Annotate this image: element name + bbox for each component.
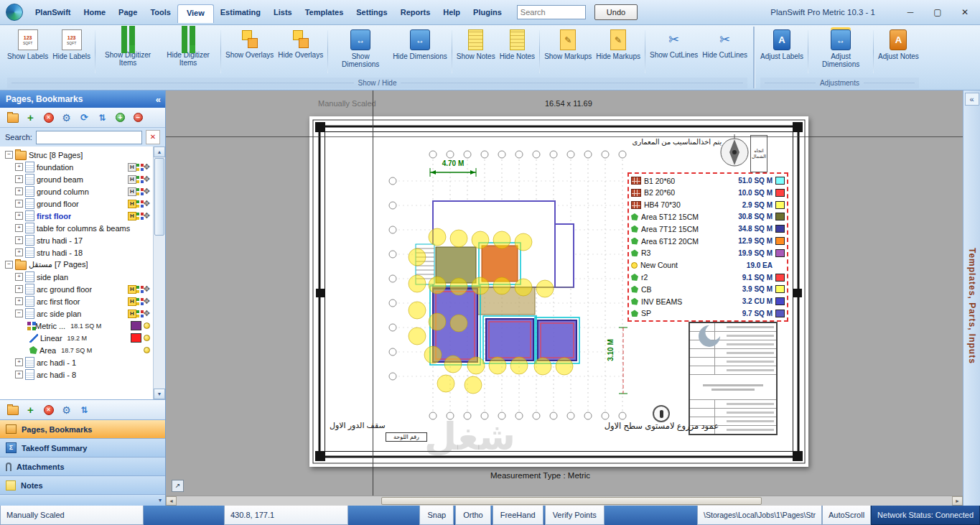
statusbar-toggle-ortho[interactable]: Ortho bbox=[455, 506, 491, 525]
expander-icon[interactable]: + bbox=[15, 224, 23, 232]
ribbon-button-hide-overlays[interactable]: Hide Overlays bbox=[276, 28, 325, 59]
folder-button[interactable] bbox=[6, 404, 19, 416]
legend-item-hb4-70-30[interactable]: HB4 70*302.9 SQ M bbox=[631, 200, 785, 210]
expander-icon[interactable]: + bbox=[15, 371, 23, 378]
add-button[interactable]: + bbox=[24, 111, 37, 124]
tree-item-9-7-pages[interactable]: −مستقل [7 Pages] bbox=[2, 259, 151, 271]
page-h-icon[interactable]: H bbox=[128, 163, 136, 172]
menu-tab-reports[interactable]: Reports bbox=[394, 4, 437, 20]
menu-tab-tools[interactable]: Tools bbox=[144, 4, 177, 20]
grid-icon[interactable] bbox=[136, 310, 139, 313]
ribbon-button-hide-cutlines[interactable]: ✂Hide CutLines bbox=[700, 28, 750, 59]
undo-button[interactable]: Undo bbox=[594, 4, 638, 20]
expander-icon[interactable]: + bbox=[15, 273, 23, 281]
ribbon-button-hide-dimensions[interactable]: ↔Hide Dimensions bbox=[391, 28, 449, 60]
legend-item-area-6t12-20cm[interactable]: Area 6T12 20CM12.9 SQ M bbox=[631, 236, 785, 246]
bulb-icon[interactable] bbox=[144, 347, 150, 353]
tree-item-15-linear[interactable]: Linear19.2 M bbox=[2, 332, 151, 344]
expand-view-button[interactable]: ↗ bbox=[172, 480, 184, 492]
tree-item-2-ground-beam[interactable]: +ground beamH✥ bbox=[2, 173, 151, 185]
move-icon[interactable]: ✥ bbox=[144, 310, 150, 317]
tree-item-17-arc-hadi-1[interactable]: +arc hadi - 1 bbox=[2, 356, 151, 368]
grid-icon[interactable] bbox=[136, 188, 139, 191]
tree-item-5-first-floor[interactable]: +first floorH✥ bbox=[2, 210, 151, 222]
expander-icon[interactable]: + bbox=[15, 358, 23, 366]
page-h-icon[interactable]: H bbox=[128, 212, 136, 220]
tree-item-1-foundation[interactable]: +foundationH✥ bbox=[2, 161, 151, 173]
scroll-right-icon[interactable]: ► bbox=[952, 496, 963, 506]
menu-tab-lists[interactable]: Lists bbox=[267, 4, 299, 20]
expander-icon[interactable]: + bbox=[15, 163, 23, 171]
tree-item-12-arc-first-floor[interactable]: +arc first floorH✥ bbox=[2, 295, 151, 307]
tree-item-14-metric[interactable]: Metric ...18.1 SQ M bbox=[2, 320, 151, 332]
clear-search-button[interactable]: ✕ bbox=[146, 130, 160, 144]
settings-button[interactable]: ⚙ bbox=[60, 111, 73, 124]
statusbar-toggle-snap[interactable]: Snap bbox=[419, 506, 454, 525]
statusbar-toggle-verify-points[interactable]: Verify Points bbox=[545, 506, 605, 525]
add-button[interactable]: + bbox=[24, 404, 37, 416]
grid-icon[interactable] bbox=[136, 213, 139, 215]
move-icon[interactable]: ✥ bbox=[144, 212, 150, 220]
refresh-button[interactable]: ⟳ bbox=[78, 111, 90, 124]
maximize-button[interactable]: ▢ bbox=[933, 8, 943, 17]
move-icon[interactable]: ✥ bbox=[144, 163, 150, 171]
ribbon-button-adjust-dimensions[interactable]: ↔Adjust Dimensions bbox=[811, 28, 871, 68]
tree-item-4-ground-floor[interactable]: +ground floorH✥ bbox=[2, 198, 151, 210]
tree-item-8-stru-hadi-18[interactable]: +stru hadi - 18 bbox=[2, 246, 151, 259]
bulb-icon[interactable] bbox=[144, 335, 150, 341]
scroll-down-icon[interactable]: ▼ bbox=[154, 389, 165, 399]
ribbon-button-hide-digitizer-items[interactable]: Hide Digitizer Items bbox=[158, 28, 218, 67]
tree-search-input[interactable] bbox=[36, 131, 142, 144]
ribbon-button-hide-markups[interactable]: ✎Hide Markups bbox=[594, 28, 643, 60]
legend-item-r2[interactable]: r29.1 SQ M bbox=[631, 272, 785, 283]
tree-item-10-side-plan[interactable]: +side plan bbox=[2, 271, 151, 283]
legend-item-r3[interactable]: R319.9 SQ M bbox=[631, 248, 785, 259]
folder-button[interactable] bbox=[6, 111, 19, 124]
grid-icon[interactable] bbox=[136, 286, 139, 289]
tree-item-16-area[interactable]: Area18.7 SQ M bbox=[2, 344, 151, 356]
legend-item-b2-20-60[interactable]: B2 20*6010.0 SQ M bbox=[631, 187, 785, 198]
grid-icon[interactable] bbox=[136, 176, 139, 179]
page-h-icon[interactable]: H bbox=[128, 187, 136, 196]
legend-item-inv-beams[interactable]: INV BEAMS3.2 CU M bbox=[631, 296, 785, 307]
scroll-up-icon[interactable]: ▲ bbox=[154, 147, 165, 157]
ribbon-button-hide-notes[interactable]: Hide Notes bbox=[498, 28, 537, 60]
panel-notes[interactable]: Notes bbox=[0, 475, 165, 494]
ribbon-button-adjust-notes[interactable]: AAdjust Notes bbox=[876, 28, 921, 60]
ribbon-button-show-digitizer-items[interactable]: Show Digitizer Items bbox=[98, 28, 158, 67]
search-input[interactable] bbox=[517, 5, 586, 19]
ribbon-button-show-overlays[interactable]: Show Overlays bbox=[223, 28, 276, 59]
close-button[interactable]: ✕ bbox=[960, 8, 970, 17]
expander-icon[interactable]: + bbox=[15, 236, 23, 244]
autoscroll-toggle[interactable]: AutoScroll bbox=[822, 506, 871, 525]
ribbon-button-show-dimensions[interactable]: ↔Show Dimensions bbox=[330, 28, 391, 68]
settings-button[interactable]: ⚙ bbox=[60, 404, 73, 416]
page-h-icon[interactable]: H bbox=[128, 200, 136, 208]
ribbon-button-hide-labels[interactable]: Hide Labels bbox=[50, 28, 93, 60]
tree-item-18-arc-hadi-8[interactable]: +arc hadi - 8 bbox=[2, 368, 151, 381]
legend-item-area-5t12-15cm[interactable]: Area 5T12 15CM30.8 SQ M bbox=[631, 211, 785, 222]
expander-icon[interactable]: + bbox=[15, 248, 23, 256]
ribbon-button-show-markups[interactable]: ✎Show Markups bbox=[542, 28, 594, 60]
move-icon[interactable]: ✥ bbox=[144, 297, 150, 305]
expander-icon[interactable]: + bbox=[15, 285, 23, 293]
scrollbar-thumb[interactable] bbox=[381, 497, 762, 505]
page-h-icon[interactable]: H bbox=[128, 310, 136, 318]
move-icon[interactable]: ✥ bbox=[144, 187, 150, 195]
scrollbar-thumb[interactable] bbox=[154, 158, 164, 236]
expand-all-button[interactable]: + bbox=[114, 111, 126, 124]
menu-tab-plugins[interactable]: Plugins bbox=[467, 4, 508, 20]
menu-tab-settings[interactable]: Settings bbox=[350, 4, 393, 20]
menu-tab-templates[interactable]: Templates bbox=[299, 4, 350, 20]
delete-button[interactable]: ✕ bbox=[42, 111, 55, 124]
horizontal-scrollbar[interactable]: ◄ ► bbox=[166, 496, 963, 506]
legend-item-sp[interactable]: SP9.7 SQ M bbox=[631, 308, 785, 319]
tree-item-11-arc-ground-floor[interactable]: +arc ground floorH✥ bbox=[2, 283, 151, 295]
legend-item-b1-20-60[interactable]: B1 20*6051.0 SQ M bbox=[631, 175, 785, 186]
move-icon[interactable]: ✥ bbox=[144, 285, 150, 293]
plan-page[interactable]: B1 20*6051.0 SQ MB2 20*6010.0 SQ MHB4 70… bbox=[309, 116, 808, 467]
legend-item-new-count[interactable]: New Count19.0 EA bbox=[631, 260, 785, 271]
tree-item-7-stru-hadi-17[interactable]: +stru hadi - 17 bbox=[2, 234, 151, 246]
page-h-icon[interactable]: H bbox=[128, 285, 136, 294]
expander-icon[interactable]: − bbox=[15, 310, 23, 317]
